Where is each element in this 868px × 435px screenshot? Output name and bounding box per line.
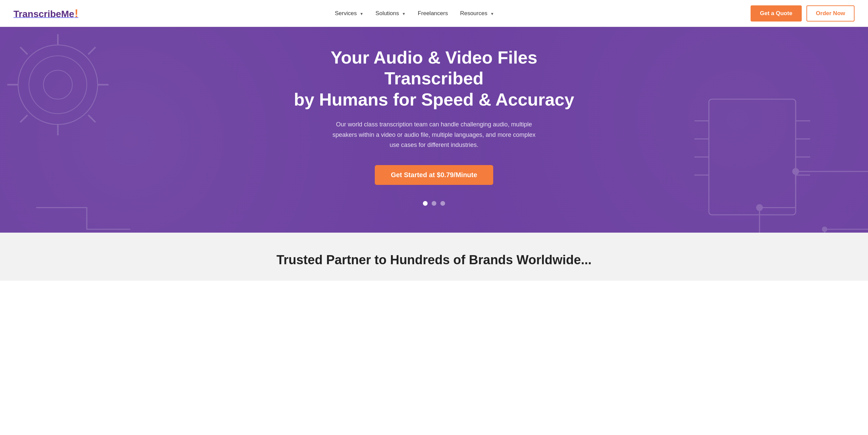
nav-link-services[interactable]: Services ▼ <box>335 10 363 16</box>
svg-rect-14 <box>709 99 796 215</box>
chevron-down-icon: ▼ <box>490 12 494 16</box>
svg-point-1 <box>29 56 87 113</box>
logo-text: TranscribeMe <box>13 9 74 19</box>
carousel-dot-2[interactable] <box>432 201 436 206</box>
chevron-down-icon: ▼ <box>360 12 363 16</box>
nav-item-services[interactable]: Services ▼ <box>335 10 363 17</box>
nav-buttons: Get a Quote Order Now <box>751 5 855 22</box>
logo[interactable]: TranscribeMe! <box>13 7 79 20</box>
logo-exclaim: ! <box>75 7 79 20</box>
get-quote-button[interactable]: Get a Quote <box>751 5 802 22</box>
svg-point-9 <box>757 205 762 210</box>
hero-section: Your Audio & Video Files Transcribed by … <box>0 27 868 233</box>
hero-subtext: Our world class transcription team can h… <box>330 119 538 150</box>
navbar: TranscribeMe! Services ▼ Solutions ▼ Fre… <box>0 0 868 27</box>
svg-point-11 <box>823 227 827 232</box>
nav-links: Services ▼ Solutions ▼ Freelancers Resou… <box>335 10 494 17</box>
svg-point-0 <box>18 45 98 125</box>
hero-heading: Your Audio & Video Files Transcribed by … <box>289 47 579 110</box>
svg-point-8 <box>793 168 798 174</box>
chevron-down-icon: ▼ <box>402 12 406 16</box>
nav-link-resources[interactable]: Resources ▼ <box>460 10 494 16</box>
hero-cta-button[interactable]: Get Started at $0.79/Minute <box>375 165 494 185</box>
trusted-heading: Trusted Partner to Hundreds of Brands Wo… <box>13 253 855 267</box>
nav-item-resources[interactable]: Resources ▼ <box>460 10 494 17</box>
nav-item-solutions[interactable]: Solutions ▼ <box>375 10 406 17</box>
carousel-dot-1[interactable] <box>423 201 428 206</box>
hero-carousel-dots <box>423 201 445 206</box>
carousel-dot-3[interactable] <box>440 201 445 206</box>
trusted-section: Trusted Partner to Hundreds of Brands Wo… <box>0 233 868 281</box>
nav-item-freelancers[interactable]: Freelancers <box>418 10 448 17</box>
nav-link-freelancers[interactable]: Freelancers <box>418 10 448 16</box>
svg-point-2 <box>43 70 72 99</box>
nav-link-solutions[interactable]: Solutions ▼ <box>375 10 406 16</box>
order-now-button[interactable]: Order Now <box>806 5 855 22</box>
